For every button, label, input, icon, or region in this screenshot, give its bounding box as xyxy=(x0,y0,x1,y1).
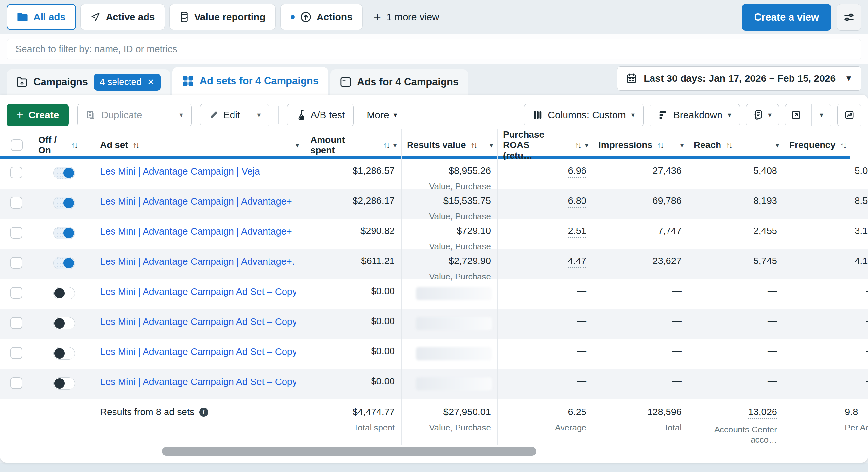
folder-icon xyxy=(17,12,28,22)
more-view-label: 1 more view xyxy=(386,11,439,23)
reach-cell: 2,455 xyxy=(688,219,784,252)
impressions-cell: — xyxy=(593,369,688,399)
view-tab-actions[interactable]: Actions xyxy=(280,4,363,30)
more-view-button[interactable]: + 1 more view xyxy=(367,4,446,30)
edit-button[interactable]: Edit xyxy=(200,104,249,126)
ad-set-link[interactable]: Les Mini | Advantage Campaign | Advantag… xyxy=(100,196,292,207)
create-button[interactable]: + Create xyxy=(6,104,69,127)
tab-campaigns-label: Campaigns xyxy=(33,76,88,88)
date-range-label: Last 30 days: Jan 17, 2026 – Feb 15, 202… xyxy=(644,73,836,84)
purchase-roas-cell: 2.51 xyxy=(498,219,593,252)
chevron-down-icon[interactable]: ▾ xyxy=(585,141,588,149)
header-frequency[interactable]: Frequency ↑↓ xyxy=(784,129,868,161)
sort-icon[interactable]: ↑↓ xyxy=(71,140,77,150)
row-toggle-on[interactable] xyxy=(53,227,75,239)
header-impressions[interactable]: Impressions ↑↓ ▾ xyxy=(593,129,688,161)
purchase-roas-cell: — xyxy=(498,369,593,399)
chevron-down-icon[interactable]: ▾ xyxy=(490,141,493,149)
header-purchase-roas[interactable]: Purchase ROAS (retu… ↑↓ ▾ xyxy=(498,129,593,161)
table-footer: Results from 8 ad sets i $4,474.77Total … xyxy=(0,399,868,438)
search-input[interactable] xyxy=(6,39,862,60)
row-toggle-off[interactable] xyxy=(53,287,75,299)
plus-icon: + xyxy=(17,108,23,122)
sort-icon[interactable]: ↑↓ xyxy=(657,140,663,150)
reports-button[interactable]: ▾ xyxy=(746,104,779,127)
row-toggle-off[interactable] xyxy=(53,317,75,330)
chevron-down-icon[interactable]: ▾ xyxy=(776,141,779,149)
reach-cell: — xyxy=(688,309,784,339)
campaigns-selected-badge[interactable]: 4 selected ✕ xyxy=(94,73,160,91)
edit-caret[interactable]: ▾ xyxy=(249,104,269,126)
select-all-checkbox[interactable] xyxy=(11,139,23,151)
table-header: Off / On ↑↓ Ad set ↑↓ ▾ Amount spent ↑↓ … xyxy=(0,129,868,156)
purchase-roas-cell: 6.96 xyxy=(498,159,593,192)
tab-ad-sets[interactable]: Ad sets for 4 Campaigns xyxy=(173,67,328,95)
row-toggle-on[interactable] xyxy=(53,197,75,209)
more-button[interactable]: More ▾ xyxy=(367,109,397,121)
duplicate-button[interactable]: Duplicate xyxy=(78,104,150,126)
row-checkbox[interactable] xyxy=(10,347,22,359)
ad-set-link[interactable]: Les Mini | Advantage Campaign Ad Set – C… xyxy=(100,316,296,327)
header-off-on[interactable]: Off / On ↑↓ xyxy=(33,129,95,161)
ad-set-link[interactable]: Les Mini | Advantage Campaign | Advantag… xyxy=(100,226,292,237)
ad-set-link[interactable]: Les Mini | Advantage Campaign Ad Set – C… xyxy=(100,376,296,387)
header-results-value[interactable]: Results value ↑↓ ▾ xyxy=(402,129,498,161)
row-checkbox[interactable] xyxy=(10,377,22,389)
row-toggle-on[interactable] xyxy=(53,167,75,179)
charts-button[interactable] xyxy=(837,104,862,127)
breakdown-button[interactable]: Breakdown ▾ xyxy=(650,104,740,127)
row-checkbox[interactable] xyxy=(10,197,22,208)
export-button[interactable]: ▾ xyxy=(785,104,831,127)
chevron-down-icon[interactable]: ▾ xyxy=(680,141,684,149)
scrollbar-thumb[interactable] xyxy=(162,447,536,456)
row-checkbox[interactable] xyxy=(10,257,22,269)
ad-set-link[interactable]: Les Mini | Advantage Campaign | Veja xyxy=(100,166,260,177)
header-amount-spent[interactable]: Amount spent ↑↓ ▾ xyxy=(305,129,402,161)
view-tab-all-ads[interactable]: All ads xyxy=(6,4,76,30)
close-icon[interactable]: ✕ xyxy=(148,77,155,87)
chevron-down-icon[interactable]: ▾ xyxy=(394,141,397,149)
table-row: Les Mini | Advantage Campaign | Advantag… xyxy=(0,249,868,279)
table-row: Les Mini | Advantage Campaign | Advantag… xyxy=(0,189,868,219)
sort-icon[interactable]: ↑↓ xyxy=(726,140,732,150)
date-range-button[interactable]: Last 30 days: Jan 17, 2026 – Feb 15, 202… xyxy=(617,66,862,91)
frequency-cell: 5.0 xyxy=(784,159,868,192)
search-band xyxy=(0,34,868,64)
duplicate-caret[interactable]: ▾ xyxy=(171,104,191,126)
create-a-view-button[interactable]: Create a view xyxy=(742,4,831,31)
view-tab-active-ads[interactable]: Active ads xyxy=(81,4,165,30)
info-icon[interactable]: i xyxy=(199,408,208,417)
pencil-icon xyxy=(209,110,218,120)
ad-sets-grid-icon xyxy=(182,75,194,87)
header-ad-set[interactable]: Ad set ↑↓ ▾ xyxy=(95,129,305,161)
sort-icon[interactable]: ↑↓ xyxy=(471,140,476,150)
row-checkbox[interactable] xyxy=(10,317,22,329)
sliders-icon xyxy=(843,11,855,23)
ad-set-link[interactable]: Les Mini | Advantage Campaign | Advantag… xyxy=(100,256,296,267)
sort-icon[interactable]: ↑↓ xyxy=(840,140,846,150)
view-tab-value-reporting[interactable]: Value reporting xyxy=(169,4,275,30)
tab-ads[interactable]: Ads for 4 Campaigns xyxy=(330,69,468,95)
row-toggle-off[interactable] xyxy=(53,377,75,390)
coins-icon xyxy=(180,12,189,22)
row-checkbox[interactable] xyxy=(10,167,22,178)
header-reach[interactable]: Reach ↑↓ ▾ xyxy=(688,129,784,161)
export-caret[interactable]: ▾ xyxy=(811,104,831,126)
row-toggle-on[interactable] xyxy=(53,257,75,269)
chevron-down-icon[interactable]: ▾ xyxy=(296,141,299,149)
row-toggle-off[interactable] xyxy=(53,347,75,360)
row-checkbox[interactable] xyxy=(10,227,22,239)
view-settings-button[interactable] xyxy=(837,4,862,31)
sort-icon[interactable]: ↑↓ xyxy=(133,140,139,150)
columns-button[interactable]: Columns: Custom ▾ xyxy=(524,104,643,127)
export-section[interactable] xyxy=(785,104,807,126)
row-checkbox[interactable] xyxy=(10,287,22,299)
ad-set-link[interactable]: Les Mini | Advantage Campaign Ad Set – C… xyxy=(100,286,296,297)
sort-icon[interactable]: ↑↓ xyxy=(383,140,389,150)
tab-campaigns[interactable]: Campaigns 4 selected ✕ xyxy=(6,69,170,95)
ad-set-link[interactable]: Les Mini | Advantage Campaign Ad Set – C… xyxy=(100,346,296,357)
view-tab-label: Actions xyxy=(317,11,352,23)
sort-icon[interactable]: ↑↓ xyxy=(575,140,581,150)
table-row: Les Mini | Advantage Campaign | Veja $1,… xyxy=(0,159,868,189)
ab-test-button[interactable]: A/B test xyxy=(287,104,353,127)
